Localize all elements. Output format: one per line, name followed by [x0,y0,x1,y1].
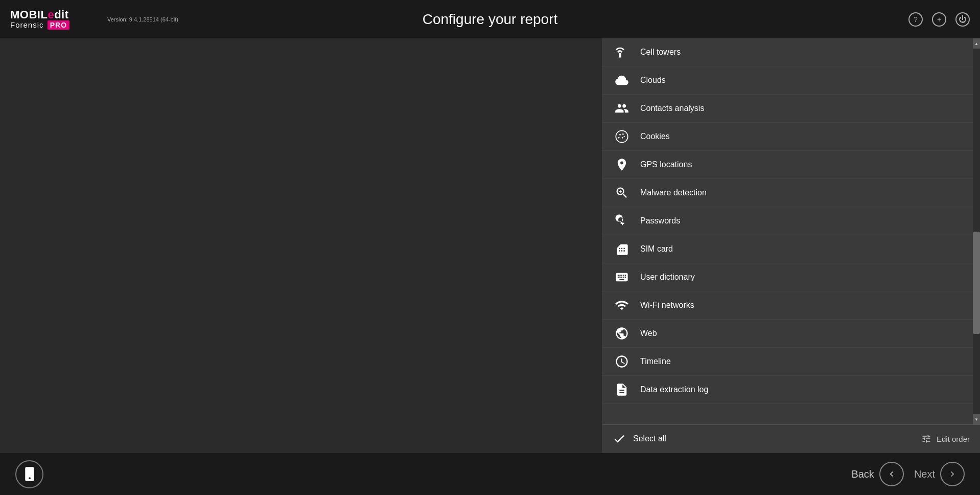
cookies-icon [613,127,631,146]
wifi-icon [613,296,631,314]
help-icon[interactable]: ? [908,12,923,27]
cookies-label: Cookies [640,132,670,141]
list-item-user-dictionary[interactable]: User dictionary [602,263,980,291]
passwords-label: Passwords [640,216,680,226]
malware-icon [613,184,631,202]
scrollbar-track: ▲ ▼ [973,38,980,424]
list-item-data-extraction-log[interactable]: Data extraction log [602,376,980,404]
sim-icon [613,240,631,258]
sim-card-label: SIM card [640,244,673,254]
svg-point-3 [618,137,620,139]
contacts-analysis-label: Contacts analysis [640,104,704,113]
key-icon [613,212,631,230]
svg-point-4 [622,137,623,139]
next-label: Next [914,468,935,480]
check-icon [613,432,626,445]
gps-icon [613,155,631,174]
svg-point-1 [619,134,621,136]
scrollbar-thumb[interactable] [973,232,980,334]
list-item-sim-card[interactable]: SIM card [602,235,980,263]
list-item-contacts-analysis[interactable]: Contacts analysis [602,95,980,123]
malware-detection-label: Malware detection [640,188,707,197]
cell-towers-label: Cell towers [640,48,681,57]
footer-nav: Back Next [851,462,965,486]
cloud-icon [613,71,631,89]
add-device-button[interactable] [15,460,43,488]
select-all-button[interactable]: Select all [613,432,666,445]
svg-point-0 [616,130,627,142]
list-item-web[interactable]: Web [602,320,980,348]
right-panel: Cell towers Clouds Contacts analysis [602,38,980,453]
power-icon[interactable]: ⏻ [955,12,970,27]
globe-icon [613,324,631,343]
user-dictionary-label: User dictionary [640,273,695,282]
timeline-icon [613,352,631,371]
app-header: MOBILedit Forensic PRO Version: 9.4.1.28… [0,0,980,38]
list-item-cookies[interactable]: Cookies [602,123,980,151]
header-icons: ? + ⏻ [908,12,970,27]
list-item-passwords[interactable]: Passwords [602,207,980,235]
next-button[interactable]: Next [914,462,965,486]
scrollbar-arrow-up[interactable]: ▲ [973,38,980,49]
keyboard-icon [613,268,631,286]
logo-forensic: Forensic PRO [10,21,69,30]
page-title: Configure your report [423,11,558,28]
extraction-icon [613,380,631,399]
list-item-wifi-networks[interactable]: Wi-Fi networks [602,291,980,320]
wifi-networks-label: Wi-Fi networks [640,301,694,310]
main-area: Cell towers Clouds Contacts analysis [0,38,980,453]
web-label: Web [640,329,657,338]
back-button[interactable]: Back [851,462,903,486]
svg-point-5 [624,136,625,137]
add-icon[interactable]: + [932,12,946,27]
timeline-label: Timeline [640,357,671,366]
back-circle[interactable] [879,462,904,486]
logo-area: MOBILedit Forensic PRO [10,9,69,30]
list-item-gps-locations[interactable]: GPS locations [602,151,980,179]
list-container: Cell towers Clouds Contacts analysis [602,38,980,424]
version-text: Version: 9.4.1.28514 (64-bit) [107,16,178,22]
gps-locations-label: GPS locations [640,160,692,169]
left-panel [0,38,602,453]
next-circle[interactable] [940,462,965,486]
select-all-label: Select all [633,434,666,443]
edit-order-label: Edit order [937,435,970,443]
clouds-label: Clouds [640,76,666,85]
data-extraction-log-label: Data extraction log [640,385,708,394]
svg-point-2 [622,133,624,135]
contacts-icon [613,99,631,118]
scrollbar-arrow-down[interactable]: ▼ [973,414,980,424]
list-item-timeline[interactable]: Timeline [602,348,980,376]
edit-order-button[interactable]: Edit order [921,434,970,444]
select-all-bar: Select all Edit order [602,424,980,453]
cell-tower-icon [613,43,631,61]
list-item-clouds[interactable]: Clouds [602,66,980,95]
list-item-malware-detection[interactable]: Malware detection [602,179,980,207]
footer: Back Next [0,453,980,495]
list-item-cell-towers[interactable]: Cell towers [602,38,980,66]
logo-mobiledit: MOBILedit [10,9,69,21]
back-label: Back [851,468,874,480]
